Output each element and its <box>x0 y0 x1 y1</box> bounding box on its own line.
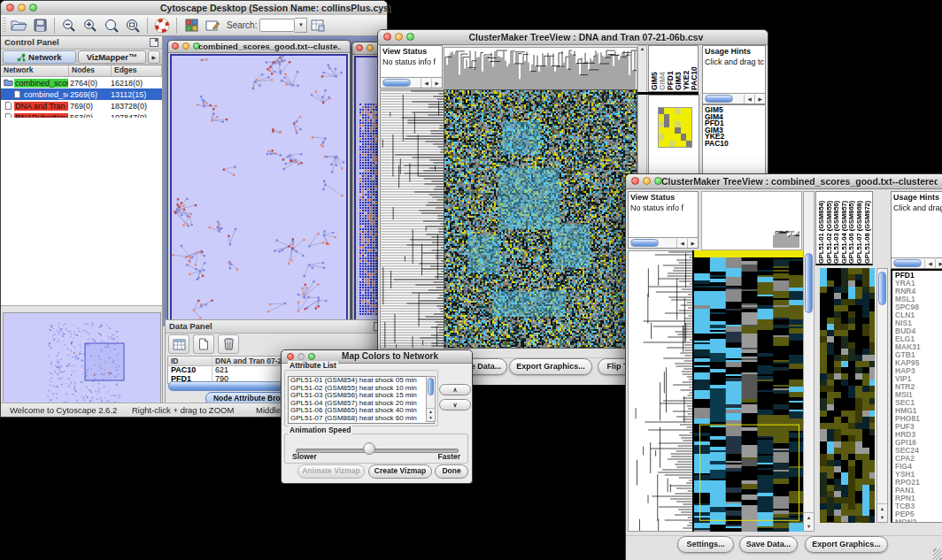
search-input[interactable] <box>259 19 295 32</box>
tv2-view-status-title: View Status <box>629 192 698 203</box>
tv2-status-scrollbar[interactable]: ◀▶ <box>629 237 698 248</box>
done-button[interactable]: Done <box>435 464 468 479</box>
new-attribute-button[interactable] <box>193 334 214 354</box>
minimize-button[interactable] <box>18 4 26 12</box>
tab-vizmapper[interactable]: VizMapper™ <box>78 50 146 64</box>
zoom-out-button[interactable] <box>58 17 80 35</box>
zoom-in-button[interactable] <box>80 17 101 35</box>
network-row[interactable]: DNA and Tran 07 769(0) 183728(0) <box>1 100 162 111</box>
tv2-detail-vscrollbar[interactable]: ▲▼ <box>876 268 888 523</box>
attribute-browser-button[interactable] <box>307 17 328 35</box>
close-button[interactable] <box>287 353 294 360</box>
tv2-column-labels: GPL51-01 (GSM854)GPL51-02 (GSM855)GPL51-… <box>815 191 873 265</box>
control-panel-tabs: Network VizMapper™ ▶ <box>1 50 162 65</box>
open-session-button[interactable] <box>8 17 29 35</box>
float-panel-icon[interactable] <box>150 38 158 47</box>
network-nodes: 769(0) <box>68 102 109 111</box>
vizmap-palette-button[interactable] <box>181 17 202 35</box>
close-button[interactable] <box>631 177 639 185</box>
create-vizmap-button[interactable]: Create Vizmap <box>368 464 432 479</box>
network-edges: 183728(0) <box>109 102 162 111</box>
tv2-row-dendrogram[interactable] <box>628 250 693 532</box>
tv2-export-graphics-button[interactable]: Export Graphics... <box>805 536 888 553</box>
attribute-list-scrollbar[interactable]: ▲▼ <box>426 376 436 422</box>
tv2-heatmap[interactable] <box>692 250 805 532</box>
treeview1-title: ClusterMaker TreeView : DNA and Tran 07-… <box>413 32 759 42</box>
network-overview-thumbnail[interactable] <box>3 312 161 408</box>
tv1-status-scrollbar[interactable]: ◀▶ <box>381 77 442 88</box>
annotation-button[interactable] <box>202 17 223 35</box>
animate-vizmap-button[interactable]: Animate Vizmap <box>297 464 365 479</box>
slider-thumb[interactable] <box>363 442 375 455</box>
col-edges[interactable]: Edges <box>112 65 162 76</box>
minimize-button[interactable] <box>367 44 374 51</box>
tv1-column-dendrogram[interactable] <box>444 47 637 90</box>
animation-speed-slider[interactable] <box>296 449 459 453</box>
main-titlebar[interactable]: Cytoscape Desktop (Session Name: collins… <box>1 1 387 16</box>
scroll-up-icon[interactable]: ▲ <box>640 46 645 51</box>
attribute-item[interactable]: GPL51-07 (GSM868) heat shock 60 min <box>289 415 434 423</box>
close-button[interactable] <box>383 33 391 41</box>
window-controls[interactable] <box>6 4 37 12</box>
control-panel-header: Control Panel <box>1 36 162 50</box>
tv2-main-vscrollbar[interactable]: ▲▼ <box>803 191 815 532</box>
close-button[interactable] <box>6 4 14 12</box>
overview-canvas[interactable] <box>4 313 158 405</box>
col-network[interactable]: Network <box>1 65 69 76</box>
tv1-summary-matrix[interactable] <box>658 107 692 148</box>
tv1-row-dendrogram[interactable] <box>380 89 444 349</box>
network-list: combined_scores 2764(0) 16218(0) combine… <box>1 77 162 123</box>
animation-speed-label: Animation Speed <box>288 426 352 434</box>
treeview2-titlebar[interactable]: ClusterMaker TreeView : combined_scores_… <box>626 174 942 189</box>
network1-titlebar[interactable]: combined_scores_good.txt--cluste... <box>168 41 350 53</box>
tv1-column-labels: GIM5GIM4PFD1GIM3YKE2PAC10 <box>648 45 699 92</box>
tv2-save-data-button[interactable]: Save Data... <box>739 536 798 553</box>
toolbar-grip[interactable] <box>3 18 6 34</box>
close-button[interactable] <box>172 42 179 50</box>
network-row[interactable]: combined_sco 2569(6) 13112(15) <box>1 88 162 100</box>
minimize-button[interactable] <box>182 42 189 50</box>
status-welcome: Welcome to Cytoscape 2.6.2 <box>10 405 117 415</box>
zoom-selected-button[interactable] <box>122 17 143 35</box>
save-session-button[interactable] <box>29 17 50 35</box>
col-id[interactable]: ID <box>168 357 212 365</box>
tv2-column-label[interactable]: GPL51-08 (GSM872) <box>864 194 872 264</box>
network1-view[interactable] <box>170 54 348 322</box>
move-down-button[interactable]: ∨ <box>439 399 471 410</box>
close-button[interactable] <box>356 44 363 51</box>
treeview1-titlebar[interactable]: ClusterMaker TreeView : DNA and Tran 07-… <box>378 30 768 45</box>
minimize-button[interactable] <box>395 33 403 41</box>
tv1-heatmap[interactable] <box>444 89 637 349</box>
minimize-button[interactable] <box>297 353 305 360</box>
resize-grip[interactable] <box>933 548 942 560</box>
tv2-usage-scrollbar[interactable]: ◀▶ <box>892 257 942 268</box>
gene-label[interactable]: MON2 <box>895 518 942 523</box>
tv1-export-graphics-button[interactable]: Export Graphics... <box>509 358 592 375</box>
zoom-fit-button[interactable] <box>101 17 122 35</box>
minimize-button[interactable] <box>643 177 651 185</box>
tv2-detail-heatmap[interactable] <box>820 268 875 523</box>
tv1-view-status-body: No status info f <box>381 57 442 67</box>
tv1-usage-scrollbar[interactable]: ◀▶ <box>703 93 765 104</box>
tv1-column-label[interactable]: PAC10 <box>691 48 699 90</box>
tv2-settings-button[interactable]: Settings... <box>677 536 734 553</box>
delete-attribute-button[interactable] <box>218 334 239 354</box>
tabs-overflow-button[interactable]: ▶ <box>148 50 160 64</box>
network-view-window-1: combined_scores_good.txt--cluste... <box>167 40 351 325</box>
zoom-button[interactable] <box>29 4 37 12</box>
search-dropdown-button[interactable]: ▼ <box>295 18 307 33</box>
tv1-summary-label[interactable]: PAC10 <box>705 141 729 148</box>
tv2-column-dendrogram-area[interactable] <box>701 191 802 250</box>
tv2-usage-body: Click and drag to <box>892 203 942 213</box>
move-up-button[interactable]: ∧ <box>439 384 471 395</box>
select-attributes-button[interactable] <box>168 334 189 354</box>
help-lifesaver-button[interactable] <box>151 17 173 35</box>
zoom-button[interactable] <box>308 353 315 360</box>
col-nodes[interactable]: Nodes <box>69 65 112 76</box>
network1-canvas[interactable] <box>172 56 346 320</box>
network-icon <box>17 53 26 62</box>
tab-network[interactable]: Network <box>3 50 76 64</box>
network-row[interactable]: combined_scores 2764(0) 16218(0) <box>1 77 162 88</box>
tv2-column-dendrogram[interactable] <box>773 228 799 248</box>
status-zoom-hint: Right-click + drag to ZOOM <box>132 405 234 415</box>
